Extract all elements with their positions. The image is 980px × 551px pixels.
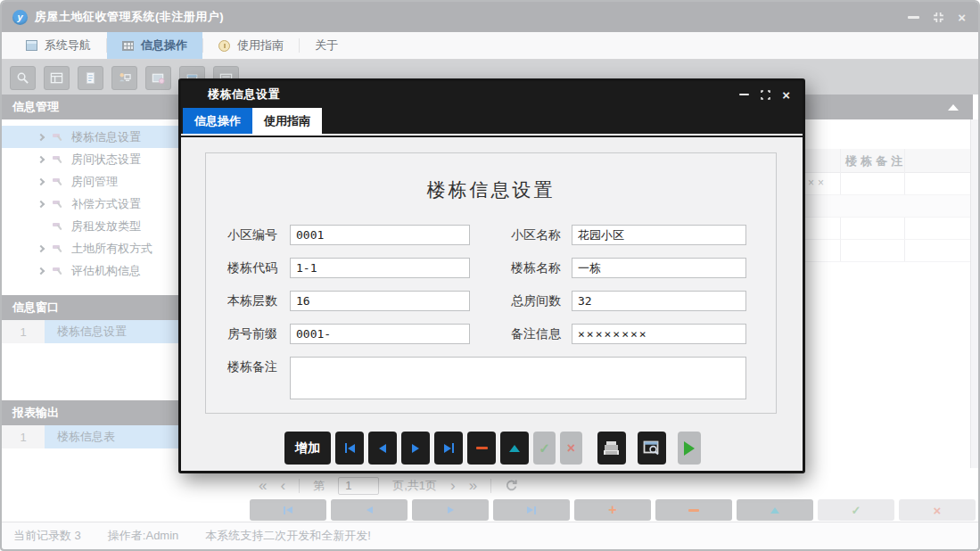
field-label-building-remark: 楼栋备注 <box>227 357 277 377</box>
nav-prev-button[interactable] <box>331 499 408 521</box>
nav-first-button[interactable] <box>250 499 326 521</box>
add-button[interactable]: 增加 <box>284 432 331 465</box>
building-code-input[interactable] <box>290 258 470 278</box>
dialog-close-button[interactable]: × <box>782 88 790 102</box>
delete-record-button[interactable] <box>655 499 732 521</box>
nav-next-button[interactable] <box>412 499 489 521</box>
edit-record-button[interactable] <box>500 432 529 465</box>
tool-icon <box>52 131 63 143</box>
last-page-button[interactable]: » <box>469 478 477 493</box>
menu-label: 使用指南 <box>237 37 284 53</box>
prev-record-icon <box>366 506 373 514</box>
prev-page-button[interactable]: ‹ <box>280 478 285 493</box>
first-page-button[interactable]: « <box>259 478 267 493</box>
room-prefix-input[interactable] <box>290 324 470 344</box>
remark-info-input[interactable] <box>572 324 746 344</box>
field-label-building-name: 楼栋名称 <box>511 258 561 278</box>
record-nav-toolbar: + ✓ × <box>250 499 976 521</box>
section-header-reports[interactable]: 报表输出 <box>2 400 185 425</box>
tool-icon <box>52 198 63 210</box>
field-label-room-count: 总房间数 <box>511 291 561 311</box>
building-name-input[interactable] <box>572 258 746 278</box>
insert-record-button[interactable]: + <box>574 499 651 521</box>
next-record-button[interactable] <box>401 432 430 465</box>
dialog-tab-user-guide[interactable]: 使用指南 <box>252 108 322 134</box>
operator-label: 操作者:Admin <box>108 528 178 544</box>
collapse-panel-icon[interactable] <box>948 104 959 111</box>
nav-last-button[interactable] <box>493 499 570 521</box>
post-record-button[interactable]: ✓ <box>818 499 894 521</box>
document-button[interactable] <box>78 66 103 90</box>
field-label-community-name: 小区名称 <box>511 225 561 245</box>
menu-item-about[interactable]: 关于 <box>300 32 353 59</box>
first-record-button[interactable] <box>335 432 364 465</box>
window-preview-icon <box>152 70 165 86</box>
building-info-dialog: 楼栋信息设置 × 信息操作 使用指南 楼栋信息设置 小区编号 小区名称 楼栋代码 <box>178 78 805 473</box>
run-button[interactable] <box>678 432 701 465</box>
minimize-button[interactable] <box>908 16 919 19</box>
tree-item-room-management[interactable]: 房间管理 <box>2 170 185 193</box>
community-name-input[interactable] <box>572 225 746 245</box>
field-label-community-code: 小区编号 <box>227 225 277 245</box>
tree-item-building-info[interactable]: 楼栋信息设置 <box>2 126 185 148</box>
record-count-label: 当前记录数 3 <box>13 528 81 544</box>
tab-label: 信息操作 <box>194 113 241 129</box>
building-remark-textarea[interactable] <box>290 357 746 399</box>
clock-icon <box>218 40 230 52</box>
tree-item-land-ownership[interactable]: 土地所有权方式 <box>2 237 185 259</box>
minimize-icon <box>908 16 919 19</box>
check-icon: ✓ <box>539 440 550 456</box>
vertical-scrollbar[interactable] <box>970 119 978 468</box>
print-button[interactable] <box>597 432 626 465</box>
tree-item-compensation[interactable]: 补偿方式设置 <box>2 193 185 215</box>
prev-record-button[interactable] <box>368 432 397 465</box>
section-title: 信息窗口 <box>12 300 59 316</box>
close-button[interactable]: × <box>958 11 966 24</box>
tree-item-evaluation-agency[interactable]: 评估机构信息 <box>2 259 185 282</box>
section-header-management[interactable]: 信息管理 <box>2 95 185 119</box>
field-label-floor-count: 本栋层数 <box>227 291 277 311</box>
title-bar: y 房屋土地征收管理系统(非注册用户) × <box>2 2 978 32</box>
close-icon: × <box>958 11 966 24</box>
window-preview-button[interactable] <box>145 66 171 90</box>
report-row[interactable]: 1 楼栋信息表 <box>2 425 179 448</box>
preview-button[interactable] <box>638 432 666 465</box>
page-number-input[interactable] <box>338 477 379 495</box>
dialog-minimize-button[interactable] <box>739 94 749 95</box>
cancel-record-button[interactable]: × <box>560 432 582 465</box>
menu-item-system-nav[interactable]: 系统导航 <box>11 32 106 59</box>
post-record-button[interactable]: ✓ <box>533 432 556 465</box>
search-button[interactable] <box>10 66 36 90</box>
tree-label: 土地所有权方式 <box>71 241 152 257</box>
restore-button[interactable] <box>933 12 944 23</box>
refresh-icon[interactable] <box>505 479 518 492</box>
dialog-maximize-button[interactable] <box>761 90 770 100</box>
edit-record-button[interactable] <box>737 499 813 521</box>
delete-record-button[interactable] <box>467 432 496 465</box>
last-record-button[interactable] <box>434 432 463 465</box>
tool-icon <box>52 243 63 254</box>
row-number: 1 <box>2 425 45 448</box>
cancel-record-button[interactable]: × <box>899 499 976 521</box>
room-count-input[interactable] <box>572 291 746 311</box>
next-page-button[interactable]: › <box>450 478 456 493</box>
dialog-button-bar: 增加 ✓ × <box>284 432 701 465</box>
floor-count-input[interactable] <box>290 291 470 311</box>
user-computer-button[interactable] <box>111 66 137 90</box>
tree-item-room-status[interactable]: 房间状态设置 <box>2 148 185 170</box>
section-header-info-window[interactable]: 信息窗口 <box>2 295 185 320</box>
minus-icon <box>688 509 699 512</box>
chevron-right-icon <box>37 155 45 162</box>
first-record-icon <box>284 506 285 514</box>
menu-label: 信息操作 <box>141 37 187 53</box>
menu-item-info-operation[interactable]: 信息操作 <box>107 32 202 59</box>
cross-icon: × <box>934 504 942 517</box>
table-window-button[interactable] <box>44 66 70 90</box>
chevron-right-icon <box>37 200 45 207</box>
menu-item-user-guide[interactable]: 使用指南 <box>203 32 299 59</box>
info-window-row[interactable]: 1 楼栋信息设置 <box>2 320 179 343</box>
community-code-input[interactable] <box>290 225 470 245</box>
tree-item-rent-type[interactable]: 房租发放类型 <box>2 215 185 237</box>
dialog-tab-info-operation[interactable]: 信息操作 <box>183 108 252 134</box>
chevron-right-icon <box>37 267 45 274</box>
